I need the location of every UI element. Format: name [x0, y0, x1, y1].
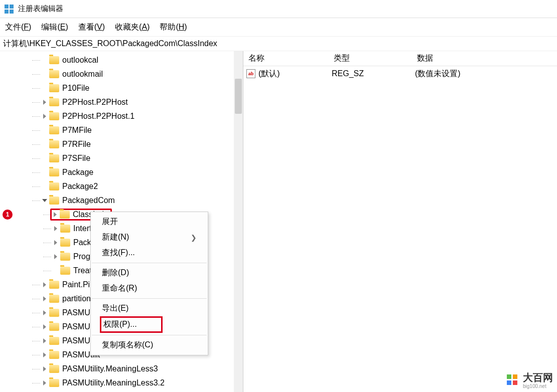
tree-item[interactable]: P10File	[0, 81, 243, 95]
watermark-url: big100.net	[523, 383, 553, 389]
value-name: (默认)	[258, 69, 280, 79]
folder-icon	[49, 295, 59, 303]
cm-new[interactable]: 新建(N)❯	[91, 230, 208, 245]
tree-item-label: outlookcal	[62, 56, 98, 65]
value-type: REG_SZ	[329, 69, 412, 78]
tree-item-label: PASMUtility.MeaningLess3	[62, 364, 158, 373]
col-data[interactable]: 数据	[412, 53, 557, 64]
chevron-right-icon[interactable]	[41, 365, 48, 372]
address-bar[interactable]: 计算机\HKEY_CLASSES_ROOT\PackagedCom\ClassI…	[0, 36, 557, 51]
chevron-right-icon[interactable]	[52, 225, 59, 232]
tree-scrollbar[interactable]	[234, 51, 243, 392]
menu-favorites[interactable]: 收藏夹(A)	[113, 21, 152, 34]
chevron-right-icon[interactable]	[41, 99, 48, 106]
menu-help[interactable]: 帮助(H)	[158, 21, 189, 34]
svg-rect-5	[513, 374, 517, 379]
watermark-title: 大百网	[523, 372, 553, 383]
folder-icon	[49, 351, 59, 359]
tree-item-label: P10File	[62, 84, 89, 93]
cm-export[interactable]: 导出(E)	[91, 301, 208, 316]
chevron-right-icon[interactable]	[41, 323, 48, 330]
tree-item-label: PASMUtility.MeaningLess3.2	[62, 378, 165, 387]
folder-icon	[49, 281, 59, 289]
chevron-right-icon[interactable]	[41, 379, 48, 386]
chevron-right-icon[interactable]	[41, 309, 48, 316]
cm-separator	[92, 263, 207, 263]
tree-item[interactable]: P2PHost.P2PHost.1	[0, 109, 243, 123]
tree-item[interactable]: Package2	[0, 179, 243, 193]
menu-edit[interactable]: 编辑(E)	[39, 21, 70, 34]
svg-rect-3	[10, 10, 14, 14]
tree-item[interactable]: P7MFile	[0, 123, 243, 137]
tree-item-label: P2PHost.P2PHost	[62, 98, 128, 107]
callout-badge-1: 1	[3, 210, 13, 220]
watermark-logo-icon	[506, 373, 519, 386]
folder-icon	[49, 70, 59, 78]
tree-item-label: P2PHost.P2PHost.1	[62, 112, 134, 121]
cm-separator	[92, 335, 207, 335]
folder-icon	[60, 225, 70, 233]
svg-rect-6	[507, 380, 511, 385]
string-value-icon: ab	[246, 69, 255, 78]
col-type[interactable]: 类型	[329, 53, 412, 64]
folder-icon	[49, 197, 59, 205]
chevron-right-icon[interactable]	[52, 253, 59, 260]
folder-icon	[60, 239, 70, 247]
tree-item[interactable]: Package	[0, 165, 243, 179]
tree-item-label: P7SFile	[62, 154, 90, 163]
values-pane: 名称 类型 数据 ab (默认) REG_SZ (数值未设置)	[243, 51, 557, 392]
tree-item[interactable]: PASMUtility.MeaningLess3	[0, 362, 243, 376]
chevron-right-icon[interactable]	[52, 211, 59, 218]
chevron-right-icon[interactable]	[52, 239, 59, 246]
cm-permissions[interactable]: 权限(P)...	[100, 316, 163, 333]
chevron-right-icon[interactable]	[41, 337, 48, 344]
folder-icon	[49, 98, 59, 106]
svg-rect-4	[507, 374, 511, 379]
app-icon	[4, 4, 14, 14]
menu-view[interactable]: 查看(V)	[76, 21, 107, 34]
tree-item[interactable]: PASMUtility.MeaningLess3.2	[0, 376, 243, 390]
tree-item[interactable]: outlookmail	[0, 67, 243, 81]
tree-item-label: Package	[62, 168, 93, 177]
tree-item[interactable]: P2PHost.P2PHost	[0, 95, 243, 109]
cm-delete[interactable]: 删除(D)	[91, 265, 208, 281]
folder-icon	[49, 126, 59, 134]
cm-rename[interactable]: 重命名(R)	[91, 281, 208, 296]
chevron-right-icon[interactable]	[41, 351, 48, 358]
cm-find[interactable]: 查找(F)...	[91, 245, 208, 261]
tree-item[interactable]: PackagedCom	[0, 193, 243, 208]
tree-item-label: P7MFile	[62, 126, 92, 135]
cm-expand[interactable]: 展开	[91, 214, 208, 230]
value-row[interactable]: ab (默认) REG_SZ (数值未设置)	[243, 66, 557, 81]
cm-separator	[92, 298, 207, 299]
folder-icon	[49, 154, 59, 162]
svg-rect-2	[5, 10, 9, 14]
svg-rect-0	[5, 5, 9, 9]
svg-rect-1	[10, 5, 14, 9]
tree-item-label: partition	[62, 294, 91, 303]
tree-item[interactable]: P7SFile	[0, 151, 243, 165]
folder-icon	[49, 365, 59, 373]
tree-item-label: outlookmail	[62, 70, 103, 79]
folder-icon	[49, 182, 59, 190]
window-title: 注册表编辑器	[18, 4, 63, 14]
chevron-right-icon[interactable]	[41, 281, 48, 288]
menu-file[interactable]: 文件(F)	[3, 21, 33, 34]
submenu-arrow-icon: ❯	[191, 234, 197, 242]
scrollbar-thumb[interactable]	[235, 79, 242, 114]
cm-copy-key-name[interactable]: 复制项名称(C)	[91, 337, 208, 353]
chevron-down-icon[interactable]	[41, 197, 48, 204]
tree-item-label: Package2	[62, 182, 98, 191]
folder-icon	[49, 84, 59, 92]
folder-icon	[60, 267, 70, 275]
col-name[interactable]: 名称	[243, 53, 329, 64]
chevron-right-icon[interactable]	[41, 113, 48, 120]
chevron-right-icon[interactable]	[41, 295, 48, 302]
folder-icon	[49, 379, 59, 387]
folder-icon	[49, 309, 59, 317]
content-area: outlookcaloutlookmailP10FileP2PHost.P2PH…	[0, 51, 557, 392]
tree-item[interactable]: outlookcal	[0, 53, 243, 67]
context-menu: 展开 新建(N)❯ 查找(F)... 删除(D) 重命名(R) 导出(E) 权限…	[90, 212, 208, 355]
tree-item[interactable]: P7RFile	[0, 137, 243, 151]
values-header: 名称 类型 数据	[243, 51, 557, 66]
